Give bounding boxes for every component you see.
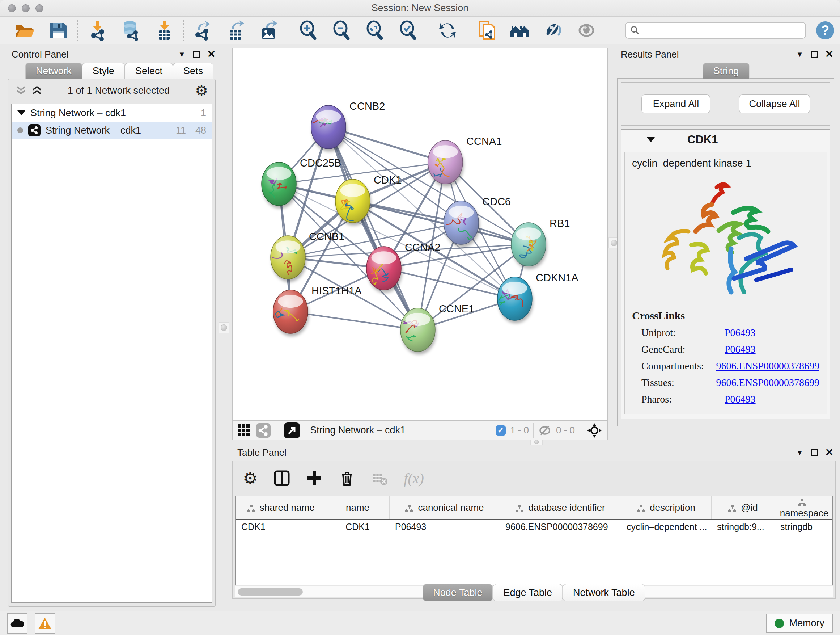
split-columns-icon[interactable]: [273, 470, 290, 486]
network-node-ccna1[interactable]: CCNA1: [427, 135, 502, 187]
crosslink-link[interactable]: 9606.ENSP00000378699: [716, 377, 819, 388]
table-cell[interactable]: P06493: [389, 519, 500, 534]
network-node-cdc6[interactable]: CDC6: [444, 196, 511, 247]
tab-string[interactable]: String: [703, 63, 750, 79]
string-home-button[interactable]: [509, 20, 531, 41]
table-gear-icon[interactable]: ⚙: [243, 470, 257, 486]
panel-close-icon[interactable]: ✕: [825, 449, 834, 456]
panel-float-icon[interactable]: [811, 51, 818, 58]
save-session-button[interactable]: [48, 20, 69, 41]
export-table-button[interactable]: [226, 20, 247, 41]
help-button[interactable]: ?: [816, 21, 834, 40]
apply-layout-button[interactable]: [437, 20, 458, 41]
search-box[interactable]: [625, 22, 806, 39]
crosslink-link[interactable]: 9606.ENSP00000378699: [716, 360, 819, 372]
network-graph[interactable]: CCNB2CCNA1CDC25BCDK1CDC6RB1CCNB1CCNA2CDK…: [233, 48, 607, 420]
tab-network-table[interactable]: Network Table: [562, 584, 645, 601]
left-splitter-handle[interactable]: [218, 322, 229, 333]
column-header[interactable]: description: [621, 496, 711, 519]
network-collection-row[interactable]: String Network – cdk1 1: [11, 104, 212, 122]
import-network-file-button[interactable]: [87, 20, 108, 41]
panel-close-icon[interactable]: ✕: [207, 51, 216, 58]
tab-node-table[interactable]: Node Table: [423, 584, 493, 601]
column-header[interactable]: namespace: [775, 496, 833, 519]
network-node-ccnb1[interactable]: CCNB1: [262, 231, 344, 282]
zoom-selected-button[interactable]: [398, 20, 419, 41]
show-all-button[interactable]: [576, 20, 597, 41]
tab-select[interactable]: Select: [125, 63, 173, 79]
network-edge[interactable]: [328, 127, 418, 330]
gene-expander-icon[interactable]: [647, 137, 655, 142]
panel-float-icon[interactable]: [811, 449, 818, 456]
network-node-cdkn1a[interactable]: CDKN1A: [496, 272, 578, 323]
table-cell[interactable]: stringdb:9...: [711, 519, 775, 534]
hide-unhide-button[interactable]: [543, 20, 564, 41]
network-node-ccna2[interactable]: CCNA2: [366, 241, 440, 293]
column-header[interactable]: database identifier: [500, 496, 621, 519]
network-node-ccne1[interactable]: CCNE1: [401, 303, 474, 355]
export-image-button[interactable]: [259, 20, 280, 41]
network-node-hist1h1a[interactable]: HIST1H1A: [264, 285, 362, 336]
panel-collapse-icon[interactable]: ▼: [796, 50, 804, 59]
zoom-out-button[interactable]: [332, 20, 352, 41]
network-node-ccnb2[interactable]: CCNB2: [311, 100, 385, 152]
collapse-all-icon[interactable]: [16, 86, 27, 95]
expand-all-button[interactable]: Expand All: [641, 95, 710, 113]
crosshair-icon[interactable]: [586, 423, 602, 439]
tab-style[interactable]: Style: [82, 63, 125, 79]
warnings-button[interactable]: [35, 613, 55, 633]
crosslink-row: Tissues:9606.ENSP00000378699: [632, 377, 819, 388]
table-cell[interactable]: CDK1: [235, 519, 326, 534]
search-input[interactable]: [639, 25, 801, 35]
minimize-window-button[interactable]: [22, 4, 30, 12]
close-window-button[interactable]: [8, 4, 16, 12]
table-cell[interactable]: stringdb: [775, 519, 833, 534]
panel-collapse-icon[interactable]: ▼: [178, 50, 186, 59]
selected-nodes-checkbox[interactable]: ✓: [496, 425, 506, 435]
tab-network[interactable]: Network: [25, 63, 82, 79]
collapse-all-button[interactable]: Collapse All: [739, 95, 810, 113]
node-table[interactable]: shared namenamecanonical namedatabase id…: [235, 496, 833, 585]
scrollbar-thumb[interactable]: [238, 588, 303, 595]
export-network-button[interactable]: [193, 20, 213, 41]
zoom-window-button[interactable]: [35, 4, 43, 12]
table-cell[interactable]: CDK1: [326, 519, 389, 534]
zoom-in-button[interactable]: [298, 20, 319, 41]
add-column-icon[interactable]: [306, 470, 323, 486]
cloud-services-button[interactable]: [7, 613, 27, 633]
zoom-fit-button[interactable]: [365, 20, 386, 41]
tab-edge-table[interactable]: Edge Table: [493, 584, 562, 601]
open-session-button[interactable]: [14, 20, 35, 41]
duplicate-network-button[interactable]: [476, 20, 497, 41]
delete-column-icon[interactable]: [339, 470, 355, 486]
import-table-file-button[interactable]: [153, 20, 174, 41]
network-row-selected[interactable]: String Network – cdk1 11 48: [11, 122, 212, 139]
column-header[interactable]: canonical name: [389, 496, 500, 519]
network-node-cdc25b[interactable]: CDC25B: [262, 157, 341, 209]
expand-all-icon[interactable]: [32, 86, 42, 95]
column-header[interactable]: name: [326, 496, 389, 519]
open-in-window-button[interactable]: [284, 423, 300, 439]
memory-button[interactable]: Memory: [766, 614, 833, 633]
crosslink-link[interactable]: P06493: [725, 394, 756, 405]
collection-expander-icon[interactable]: [17, 111, 25, 116]
birdseye-view-icon[interactable]: [238, 424, 249, 436]
import-network-database-button[interactable]: [120, 20, 141, 41]
table-cell[interactable]: cyclin–dependent ...: [621, 519, 711, 534]
network-edge[interactable]: [384, 268, 515, 299]
column-header[interactable]: @id: [711, 496, 775, 519]
network-canvas[interactable]: CCNB2CCNA1CDC25BCDK1CDC6RB1CCNB1CCNA2CDK…: [232, 48, 608, 421]
network-node-rb1[interactable]: RB1: [511, 218, 570, 269]
network-overview-share-icon[interactable]: [256, 423, 271, 438]
column-header[interactable]: shared name: [235, 496, 326, 519]
crosslink-link[interactable]: P06493: [725, 344, 756, 355]
network-edge[interactable]: [291, 312, 418, 330]
table-row[interactable]: CDK1CDK1P064939606.ENSP00000378699cyclin…: [235, 519, 833, 534]
table-cell[interactable]: 9606.ENSP00000378699: [500, 519, 621, 534]
panel-float-icon[interactable]: [193, 51, 200, 58]
panel-close-icon[interactable]: ✕: [825, 51, 834, 58]
panel-collapse-icon[interactable]: ▼: [796, 448, 804, 457]
gear-icon[interactable]: ⚙: [195, 83, 208, 98]
tab-sets[interactable]: Sets: [173, 63, 213, 79]
crosslink-link[interactable]: P06493: [725, 327, 756, 339]
